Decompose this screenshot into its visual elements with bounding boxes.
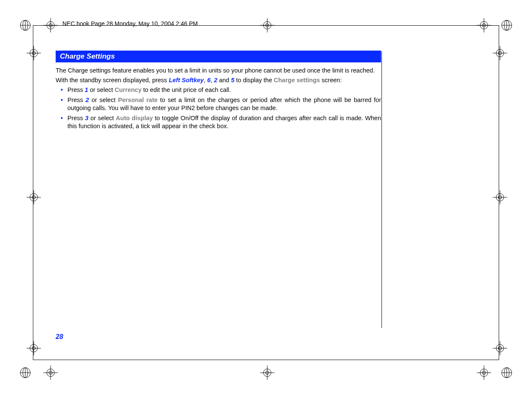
text: or select <box>89 97 118 103</box>
left-softkey-label: Left Softkey <box>169 77 204 83</box>
crosshair-mark-icon <box>492 189 508 206</box>
crosshair-mark-icon <box>476 17 492 34</box>
currency-label: Currency <box>115 86 142 93</box>
key-2: 2 <box>86 97 89 103</box>
page-content: Charge Settings The Charge settings feat… <box>56 51 381 132</box>
bullet-item-auto-display: Press 3 or select Auto display to toggle… <box>67 114 381 131</box>
crosshair-mark-icon <box>492 340 508 357</box>
charge-settings-screen-label: Charge settings <box>274 77 320 83</box>
key-2: 2 <box>214 77 218 83</box>
bullet-item-currency: Press 1 or select Currency to edit the u… <box>67 86 381 94</box>
crosshair-mark-icon <box>25 45 42 62</box>
body-right-rule <box>382 51 382 328</box>
register-mark-globe-icon <box>498 17 515 34</box>
page-number: 28 <box>56 333 63 341</box>
text: to edit the unit price of each call. <box>142 86 231 93</box>
crosshair-mark-icon <box>492 45 508 62</box>
key-3: 3 <box>85 115 89 121</box>
text: Press <box>67 86 85 93</box>
crosshair-mark-icon <box>259 17 276 34</box>
text: Press <box>67 97 86 103</box>
crosshair-mark-icon <box>42 364 59 381</box>
register-mark-globe-icon <box>498 364 515 381</box>
register-mark-globe-icon <box>17 17 34 34</box>
auto-display-label: Auto display <box>116 115 153 121</box>
crosshair-mark-icon <box>42 17 59 34</box>
text: , <box>211 77 214 83</box>
key-6: 6 <box>207 77 210 83</box>
crop-line-bottom <box>33 360 499 360</box>
intro-paragraph: The Charge settings feature enables you … <box>56 67 381 75</box>
crosshair-mark-icon <box>25 340 42 357</box>
register-mark-globe-icon <box>17 364 34 381</box>
text: With the standby screen displayed, press <box>56 77 169 83</box>
crosshair-mark-icon <box>259 364 276 381</box>
personal-rate-label: Personal rate <box>118 97 158 103</box>
instruction-paragraph: With the standby screen displayed, press… <box>56 76 381 85</box>
text: or select <box>88 86 115 93</box>
text: and <box>218 77 231 83</box>
page-header-text: NEC.book Page 28 Monday, May 10, 2004 2:… <box>62 20 198 27</box>
key-1: 1 <box>85 86 88 93</box>
key-5: 5 <box>231 77 234 83</box>
text: screen: <box>320 77 342 83</box>
text: or select <box>89 115 116 121</box>
crosshair-mark-icon <box>25 189 42 206</box>
bullet-item-personal-rate: Press 2 or select Personal rate to set a… <box>67 96 381 113</box>
text: to display the <box>234 77 274 83</box>
text: Press <box>67 115 85 121</box>
crosshair-mark-icon <box>476 364 492 381</box>
section-title-bar: Charge Settings <box>56 51 381 62</box>
bullet-list: Press 1 or select Currency to edit the u… <box>56 86 381 131</box>
